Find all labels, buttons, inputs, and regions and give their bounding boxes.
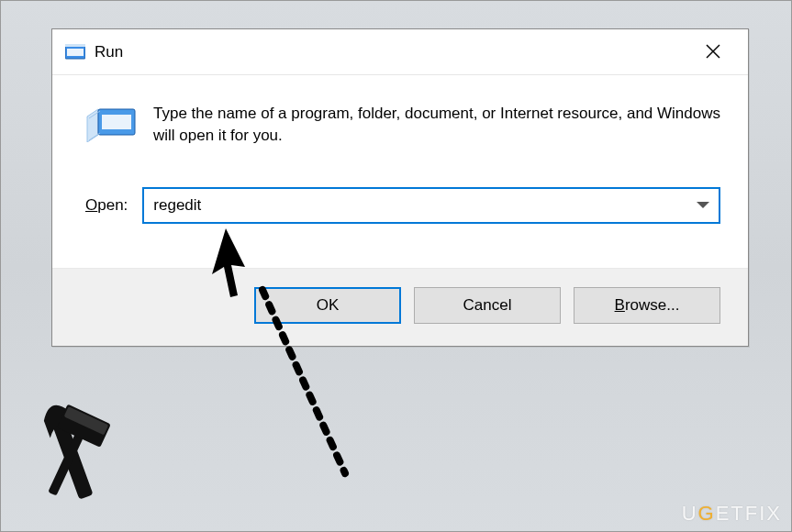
input-row: Open:	[80, 187, 720, 224]
svg-rect-6	[102, 115, 131, 129]
dialog-content: Type the name of a program, folder, docu…	[52, 75, 748, 224]
browse-button[interactable]: Browse...	[574, 287, 720, 324]
chevron-down-icon[interactable]	[697, 202, 709, 208]
open-input[interactable]	[153, 196, 689, 215]
ok-button[interactable]: OK	[254, 287, 401, 324]
run-icon	[85, 101, 137, 145]
close-button[interactable]	[686, 29, 741, 75]
cancel-button[interactable]: Cancel	[414, 287, 561, 324]
open-label: Open:	[85, 196, 128, 215]
window-title: Run	[95, 43, 686, 61]
prompt-row: Type the name of a program, folder, docu…	[80, 101, 720, 147]
close-icon	[705, 38, 721, 66]
run-dialog: Run Type the name of a program,	[51, 28, 749, 347]
svg-rect-2	[65, 44, 85, 47]
watermark: UGETFIX	[682, 502, 782, 526]
svg-rect-1	[67, 49, 84, 56]
titlebar: Run	[52, 29, 748, 75]
tools-icon	[6, 390, 135, 518]
prompt-text: Type the name of a program, folder, docu…	[153, 101, 720, 147]
run-title-icon	[65, 42, 85, 62]
button-row: OK Cancel Browse...	[52, 268, 748, 346]
open-combobox[interactable]	[142, 187, 720, 224]
